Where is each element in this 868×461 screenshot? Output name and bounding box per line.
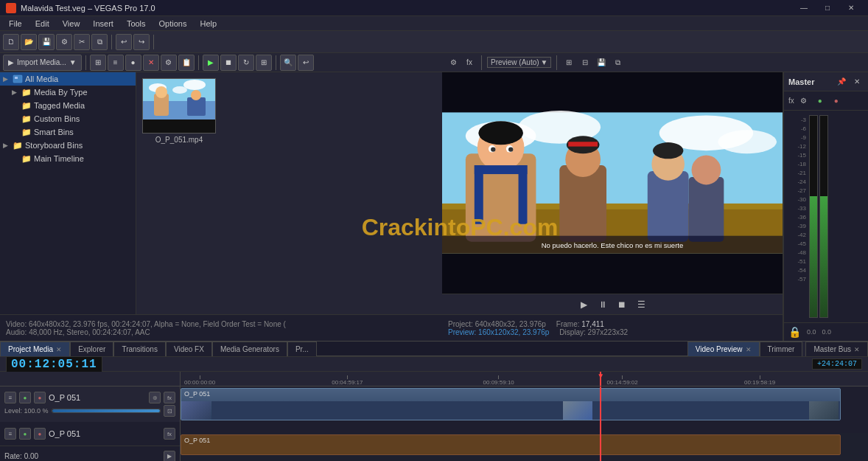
tab-master-bus[interactable]: Master Bus ✕ — [805, 342, 868, 356]
tab-spacer — [317, 342, 687, 356]
script-btn[interactable]: 📋 — [178, 55, 195, 71]
capture-btn[interactable]: ● — [125, 55, 141, 71]
track-icon2[interactable]: ● — [34, 392, 46, 403]
import-media-btn[interactable]: ▶ Import Media... ▼ — [3, 55, 82, 71]
preview-grid-btn[interactable]: ⊞ — [562, 56, 575, 69]
new-btn[interactable]: 🗋 — [3, 34, 19, 50]
menu-help[interactable]: Help — [194, 18, 223, 29]
tab-project-media[interactable]: Project Media ✕ — [0, 342, 70, 356]
view-btn-2[interactable]: ≡ — [108, 55, 124, 71]
audio-fx-btn[interactable]: fx — [164, 428, 175, 440]
transitions-tab-label: Transitions — [122, 345, 158, 353]
view-btn-1[interactable]: ⊞ — [90, 55, 106, 71]
redo-btn[interactable]: ↪ — [133, 34, 150, 50]
pm-tab-close[interactable]: ✕ — [56, 346, 62, 353]
preview-fx-btn[interactable]: fx — [463, 56, 476, 69]
preview-save-btn[interactable]: 💾 — [595, 56, 608, 69]
tab-transitions[interactable]: Transitions — [113, 342, 166, 356]
video-clip-main[interactable]: O_P 051 — [181, 388, 841, 420]
tab-trimmer[interactable]: Trimmer — [760, 342, 803, 356]
play-preview-btn[interactable]: ▶ — [577, 298, 590, 311]
loop-btn[interactable]: ↻ — [238, 55, 254, 71]
save-btn[interactable]: 💾 — [38, 34, 55, 50]
tree-item-media-by-type[interactable]: ▶ 📁 Media By Type — [0, 86, 136, 99]
import-dropdown-icon[interactable]: ▼ — [69, 58, 77, 66]
mb-tab-close[interactable]: ✕ — [854, 346, 860, 353]
custom-bins-label: Custom Bins — [34, 114, 80, 123]
stop-preview-btn[interactable]: ⏹ — [615, 298, 629, 311]
master-close-btn[interactable]: ✕ — [850, 75, 864, 89]
level-max-btn[interactable]: ⊡ — [164, 405, 175, 417]
master-icon2[interactable]: ● — [830, 94, 843, 108]
preview-settings-btn[interactable]: ⚙ — [447, 56, 460, 69]
delete-btn[interactable]: ✕ — [143, 55, 159, 71]
playhead-marker: ▼ — [597, 372, 604, 380]
video-track-content: O_P 051 — [181, 387, 868, 433]
audio-icon1[interactable]: ● — [19, 428, 31, 440]
preview-sep — [481, 55, 482, 70]
media-thumbnail-051[interactable]: O_P_051.mp4 — [142, 78, 216, 144]
pause-preview-btn[interactable]: ⏸ — [596, 298, 609, 311]
lock-icon[interactable]: 🔒 — [788, 326, 801, 338]
vp-tab-close[interactable]: ✕ — [746, 346, 752, 353]
undo-btn[interactable]: ↩ — [116, 34, 132, 50]
tree-item-custom-bins[interactable]: 📁 Custom Bins — [0, 112, 136, 125]
menu-view[interactable]: View — [57, 18, 86, 29]
master-icon1[interactable]: ● — [813, 94, 827, 108]
tab-video-fx[interactable]: Video FX — [166, 342, 212, 356]
right-section: ⚙ fx Preview (Auto) ▼ ⊞ ⊟ 💾 ⧉ — [442, 53, 868, 341]
svg-point-6 — [172, 86, 187, 94]
preview-sep2 — [556, 55, 557, 70]
preview-snap-btn[interactable]: ⊟ — [578, 56, 592, 69]
undo2-btn[interactable]: ↩ — [298, 55, 314, 71]
scroll-right-btn[interactable]: ▶ — [164, 451, 175, 462]
master-pin-btn[interactable]: 📌 — [835, 75, 848, 89]
open-btn[interactable]: 📂 — [21, 34, 37, 50]
close-button[interactable]: ✕ — [840, 1, 862, 15]
preview-dropdown[interactable]: Preview (Auto) ▼ — [487, 57, 551, 68]
loop-preview-btn[interactable]: ☰ — [634, 298, 648, 311]
track-lock-btn[interactable]: ⊕ — [149, 392, 161, 403]
audio-clip-main[interactable]: O_P 051 — [181, 434, 841, 455]
zoom-btn[interactable]: 🔍 — [280, 55, 296, 71]
tab-pr[interactable]: Pr... — [287, 342, 317, 356]
timecode-display: 00:12:05:11 — [6, 356, 102, 372]
master-fx-settings[interactable]: ⚙ — [797, 94, 811, 108]
tree-item-storyboard-bins[interactable]: ▶ 📁 Storyboard Bins — [0, 139, 136, 152]
track-menu-btn[interactable]: ≡ — [4, 392, 16, 403]
copy-btn[interactable]: ⧉ — [91, 34, 108, 50]
svg-point-27 — [491, 147, 495, 151]
tab-media-generators[interactable]: Media Generators — [212, 342, 287, 356]
menu-edit[interactable]: Edit — [29, 18, 55, 29]
menu-file[interactable]: File — [3, 18, 28, 29]
menu-insert[interactable]: Insert — [87, 18, 119, 29]
svg-point-10 — [191, 90, 201, 100]
tab-explorer[interactable]: Explorer — [70, 342, 113, 356]
stop-btn[interactable]: ⏹ — [220, 55, 237, 71]
frame-thumb-last — [809, 401, 839, 420]
media-gen-tab-label: Media Generators — [220, 345, 279, 353]
tree-item-main-timeline[interactable]: 📁 Main Timeline — [0, 152, 136, 165]
track-header-inner: ≡ ● ● O_P 051 ⊕ fx Level: 100.0 % ⊡ — [4, 392, 175, 417]
cut-btn[interactable]: ✂ — [74, 34, 90, 50]
tree-item-smart-bins[interactable]: 📁 Smart Bins — [0, 125, 136, 139]
minimize-button[interactable]: — — [793, 1, 815, 15]
audio-icon2[interactable]: ● — [34, 428, 46, 440]
grid-btn[interactable]: ⊞ — [256, 55, 272, 71]
play-btn[interactable]: ▶ — [203, 55, 219, 71]
track-fx-btn[interactable]: fx — [164, 392, 175, 403]
track-icon1[interactable]: ● — [19, 392, 31, 403]
preview-copy-btn[interactable]: ⧉ — [611, 56, 624, 69]
settings-btn[interactable]: ⚙ — [56, 34, 72, 50]
tab-video-preview[interactable]: Video Preview ✕ — [687, 342, 760, 356]
clip-label-name: O_P 051 — [181, 389, 213, 399]
props-btn[interactable]: ⚙ — [161, 55, 177, 71]
menu-options[interactable]: Options — [153, 18, 193, 29]
tree-item-tagged-media[interactable]: 📁 Tagged Media — [0, 99, 136, 112]
tree-item-all-media[interactable]: ▶ All Media — [0, 72, 136, 86]
mb-tab-label: Master Bus — [813, 345, 851, 353]
menu-tools[interactable]: Tools — [121, 18, 152, 29]
maximize-button[interactable]: □ — [816, 1, 839, 15]
clip-frames — [181, 401, 840, 420]
audio-menu-btn[interactable]: ≡ — [4, 428, 16, 440]
